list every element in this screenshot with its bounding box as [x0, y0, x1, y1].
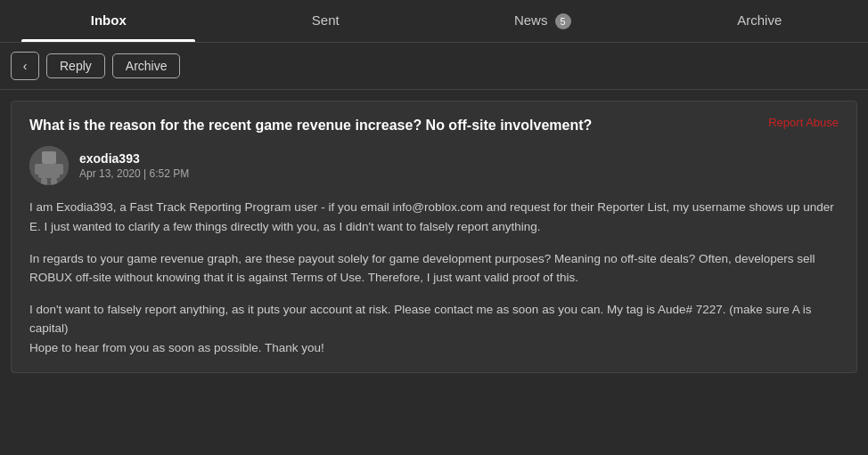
svg-rect-3 [35, 164, 41, 175]
svg-rect-5 [41, 178, 47, 185]
body-paragraph-3: I don't want to falsely report anything,… [29, 300, 839, 358]
back-button[interactable]: ‹ [11, 52, 39, 80]
sender-date: Apr 13, 2020 | 6:52 PM [79, 167, 189, 180]
archive-button[interactable]: Archive [112, 53, 181, 78]
tab-sent[interactable]: Sent [217, 0, 435, 42]
message-title: What is the reason for the recent game r… [29, 116, 592, 135]
svg-rect-4 [57, 164, 63, 175]
svg-rect-1 [42, 151, 56, 164]
toolbar: ‹ Reply Archive [0, 43, 868, 90]
sender-row: exodia393 Apr 13, 2020 | 6:52 PM [29, 146, 839, 185]
sender-info: exodia393 Apr 13, 2020 | 6:52 PM [79, 151, 189, 180]
report-abuse-button[interactable]: Report Abuse [768, 116, 839, 129]
tab-inbox[interactable]: Inbox [0, 0, 217, 42]
reply-button[interactable]: Reply [46, 53, 105, 78]
svg-rect-2 [38, 164, 60, 178]
tab-news[interactable]: News 5 [434, 0, 651, 42]
tab-archive[interactable]: Archive [651, 0, 869, 42]
message-body: I am Exodia393, a Fast Track Reporting P… [29, 198, 839, 357]
message-container: What is the reason for the recent game r… [11, 101, 857, 373]
avatar [29, 146, 69, 185]
news-badge: 5 [555, 13, 571, 29]
body-paragraph-2: In regards to your game revenue graph, a… [29, 249, 839, 288]
top-nav: Inbox Sent News 5 Archive [0, 0, 868, 43]
back-icon: ‹ [23, 59, 28, 73]
message-header: What is the reason for the recent game r… [29, 116, 839, 135]
body-paragraph-1: I am Exodia393, a Fast Track Reporting P… [29, 198, 839, 236]
svg-rect-6 [51, 178, 57, 185]
sender-name: exodia393 [79, 151, 189, 166]
